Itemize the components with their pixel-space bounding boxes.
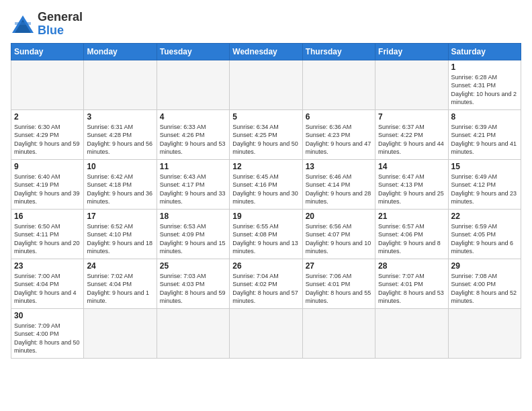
calendar-cell: 24Sunrise: 7:02 AM Sunset: 4:04 PM Dayli… <box>84 259 157 308</box>
calendar-cell: 19Sunrise: 6:55 AM Sunset: 4:08 PM Dayli… <box>230 209 302 259</box>
day-number: 23 <box>14 261 81 271</box>
weekday-header: Monday <box>84 43 157 60</box>
day-number: 16 <box>14 212 81 221</box>
logo-text: GeneralBlue <box>38 11 83 38</box>
calendar-cell <box>230 60 302 109</box>
day-info: Sunrise: 6:49 AM Sunset: 4:12 PM Dayligh… <box>451 173 518 206</box>
day-number: 24 <box>87 261 153 271</box>
weekday-header: Tuesday <box>157 43 229 60</box>
day-info: Sunrise: 7:04 AM Sunset: 4:02 PM Dayligh… <box>232 272 299 306</box>
calendar-cell: 27Sunrise: 7:06 AM Sunset: 4:01 PM Dayli… <box>302 259 375 308</box>
day-info: Sunrise: 7:00 AM Sunset: 4:04 PM Dayligh… <box>14 272 81 306</box>
calendar-cell: 15Sunrise: 6:49 AM Sunset: 4:12 PM Dayli… <box>448 159 521 209</box>
day-number: 26 <box>232 261 299 271</box>
calendar: SundayMondayTuesdayWednesdayThursdayFrid… <box>11 43 521 359</box>
calendar-cell: 30Sunrise: 7:09 AM Sunset: 4:00 PM Dayli… <box>11 308 84 358</box>
day-number: 18 <box>160 212 226 221</box>
calendar-cell: 22Sunrise: 6:59 AM Sunset: 4:05 PM Dayli… <box>448 209 521 259</box>
calendar-week-row: 16Sunrise: 6:50 AM Sunset: 4:11 PM Dayli… <box>11 209 521 259</box>
day-info: Sunrise: 7:02 AM Sunset: 4:04 PM Dayligh… <box>87 272 153 306</box>
day-info: Sunrise: 6:47 AM Sunset: 4:13 PM Dayligh… <box>378 173 445 206</box>
weekday-header: Thursday <box>302 43 375 60</box>
day-info: Sunrise: 6:42 AM Sunset: 4:18 PM Dayligh… <box>87 173 153 206</box>
calendar-cell <box>230 308 302 358</box>
day-number: 13 <box>306 162 372 171</box>
day-number: 9 <box>14 162 81 171</box>
day-number: 29 <box>451 261 518 271</box>
calendar-week-row: 9Sunrise: 6:40 AM Sunset: 4:19 PM Daylig… <box>11 159 521 209</box>
day-number: 14 <box>378 162 445 171</box>
day-number: 17 <box>87 212 153 221</box>
day-number: 19 <box>232 212 299 221</box>
svg-rect-2 <box>15 22 31 25</box>
day-info: Sunrise: 6:30 AM Sunset: 4:29 PM Dayligh… <box>14 123 81 156</box>
day-number: 11 <box>160 162 226 171</box>
day-info: Sunrise: 6:43 AM Sunset: 4:17 PM Dayligh… <box>160 173 226 206</box>
day-info: Sunrise: 6:34 AM Sunset: 4:25 PM Dayligh… <box>232 123 299 156</box>
day-number: 10 <box>87 162 153 171</box>
calendar-week-row: 23Sunrise: 7:00 AM Sunset: 4:04 PM Dayli… <box>11 259 521 308</box>
calendar-cell <box>84 60 157 109</box>
day-number: 4 <box>160 112 226 122</box>
calendar-cell: 8Sunrise: 6:39 AM Sunset: 4:21 PM Daylig… <box>448 109 521 159</box>
day-info: Sunrise: 7:06 AM Sunset: 4:01 PM Dayligh… <box>306 272 372 306</box>
calendar-cell: 26Sunrise: 7:04 AM Sunset: 4:02 PM Dayli… <box>230 259 302 308</box>
calendar-cell: 25Sunrise: 7:03 AM Sunset: 4:03 PM Dayli… <box>157 259 229 308</box>
calendar-cell: 14Sunrise: 6:47 AM Sunset: 4:13 PM Dayli… <box>375 159 448 209</box>
day-info: Sunrise: 6:57 AM Sunset: 4:06 PM Dayligh… <box>378 222 445 256</box>
calendar-cell <box>375 60 448 109</box>
day-info: Sunrise: 6:52 AM Sunset: 4:10 PM Dayligh… <box>87 222 153 256</box>
day-number: 6 <box>306 112 372 122</box>
day-info: Sunrise: 7:07 AM Sunset: 4:01 PM Dayligh… <box>378 272 445 306</box>
calendar-cell <box>448 308 521 358</box>
day-info: Sunrise: 6:31 AM Sunset: 4:28 PM Dayligh… <box>87 123 153 156</box>
day-number: 28 <box>378 261 445 271</box>
calendar-cell: 16Sunrise: 6:50 AM Sunset: 4:11 PM Dayli… <box>11 209 84 259</box>
weekday-header: Saturday <box>448 43 521 60</box>
page-header: GeneralBlue <box>11 11 521 38</box>
calendar-cell <box>157 60 229 109</box>
day-number: 12 <box>232 162 299 171</box>
calendar-cell: 23Sunrise: 7:00 AM Sunset: 4:04 PM Dayli… <box>11 259 84 308</box>
calendar-cell: 6Sunrise: 6:36 AM Sunset: 4:23 PM Daylig… <box>302 109 375 159</box>
day-number: 22 <box>451 212 518 221</box>
calendar-cell: 28Sunrise: 7:07 AM Sunset: 4:01 PM Dayli… <box>375 259 448 308</box>
day-info: Sunrise: 6:59 AM Sunset: 4:05 PM Dayligh… <box>451 222 518 256</box>
calendar-cell <box>84 308 157 358</box>
calendar-cell: 17Sunrise: 6:52 AM Sunset: 4:10 PM Dayli… <box>84 209 157 259</box>
day-info: Sunrise: 6:46 AM Sunset: 4:14 PM Dayligh… <box>306 173 372 206</box>
day-number: 1 <box>451 62 518 72</box>
day-info: Sunrise: 6:28 AM Sunset: 4:31 PM Dayligh… <box>451 73 518 107</box>
day-number: 2 <box>14 112 81 122</box>
day-number: 15 <box>451 162 518 171</box>
day-number: 30 <box>14 311 81 320</box>
day-info: Sunrise: 6:36 AM Sunset: 4:23 PM Dayligh… <box>306 123 372 156</box>
day-info: Sunrise: 7:08 AM Sunset: 4:00 PM Dayligh… <box>451 272 518 306</box>
weekday-header: Wednesday <box>230 43 302 60</box>
calendar-cell: 7Sunrise: 6:37 AM Sunset: 4:22 PM Daylig… <box>375 109 448 159</box>
calendar-cell: 10Sunrise: 6:42 AM Sunset: 4:18 PM Dayli… <box>84 159 157 209</box>
logo-icon <box>11 14 35 34</box>
calendar-cell: 3Sunrise: 6:31 AM Sunset: 4:28 PM Daylig… <box>84 109 157 159</box>
day-number: 25 <box>160 261 226 271</box>
calendar-cell: 12Sunrise: 6:45 AM Sunset: 4:16 PM Dayli… <box>230 159 302 209</box>
day-number: 20 <box>306 212 372 221</box>
day-number: 5 <box>232 112 299 122</box>
weekday-header-row: SundayMondayTuesdayWednesdayThursdayFrid… <box>11 43 521 60</box>
day-info: Sunrise: 6:40 AM Sunset: 4:19 PM Dayligh… <box>14 173 81 206</box>
calendar-cell <box>302 60 375 109</box>
calendar-cell: 1Sunrise: 6:28 AM Sunset: 4:31 PM Daylig… <box>448 60 521 109</box>
calendar-cell <box>157 308 229 358</box>
day-number: 8 <box>451 112 518 122</box>
calendar-cell: 20Sunrise: 6:56 AM Sunset: 4:07 PM Dayli… <box>302 209 375 259</box>
calendar-cell: 29Sunrise: 7:08 AM Sunset: 4:00 PM Dayli… <box>448 259 521 308</box>
calendar-cell: 2Sunrise: 6:30 AM Sunset: 4:29 PM Daylig… <box>11 109 84 159</box>
weekday-header: Friday <box>375 43 448 60</box>
calendar-week-row: 30Sunrise: 7:09 AM Sunset: 4:00 PM Dayli… <box>11 308 521 358</box>
calendar-cell: 21Sunrise: 6:57 AM Sunset: 4:06 PM Dayli… <box>375 209 448 259</box>
day-info: Sunrise: 6:33 AM Sunset: 4:26 PM Dayligh… <box>160 123 226 156</box>
day-info: Sunrise: 6:50 AM Sunset: 4:11 PM Dayligh… <box>14 222 81 256</box>
day-number: 21 <box>378 212 445 221</box>
calendar-cell: 11Sunrise: 6:43 AM Sunset: 4:17 PM Dayli… <box>157 159 229 209</box>
day-info: Sunrise: 7:03 AM Sunset: 4:03 PM Dayligh… <box>160 272 226 306</box>
